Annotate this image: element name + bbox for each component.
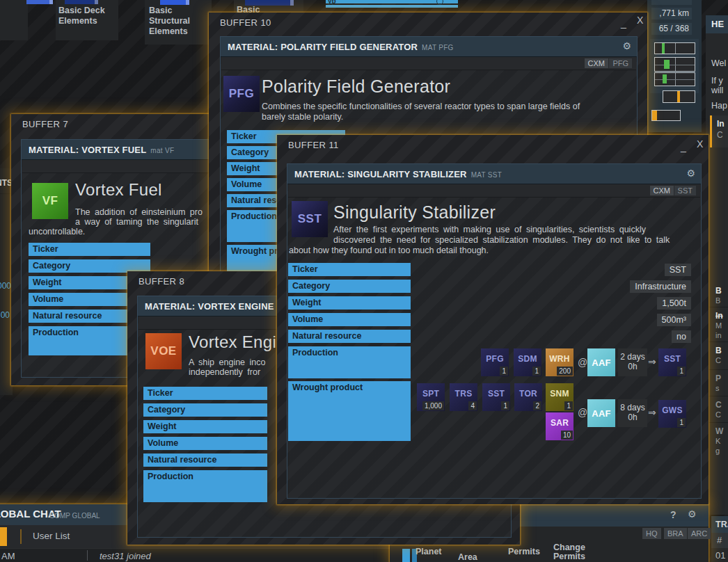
facility-icon-aaf[interactable]: AAF <box>587 348 615 376</box>
col-planet: Planet <box>416 547 442 556</box>
help-panel-title: HE <box>711 19 724 29</box>
material-header-sub: mat VF <box>150 147 174 154</box>
gear-icon[interactable]: ⚙ <box>688 508 697 520</box>
material-icon-sst[interactable]: SST <box>292 201 328 237</box>
tra-panel-header: TRA <box>711 516 728 533</box>
material-icon-sst-input[interactable]: SST1 <box>482 383 510 411</box>
help-panel-body: Wel If y will Hap In C <box>706 33 728 282</box>
window-title[interactable]: BUFFER 8 <box>139 276 184 287</box>
material-header: MATERIAL: POLARITY FIELD GENERATORMAT PF… <box>221 37 637 57</box>
planet-info-panel: ,771 km 65 / 368 <box>647 0 702 132</box>
material-description: barely stable polarity. <box>262 112 343 122</box>
divider <box>20 529 22 544</box>
distance-value: ,771 km <box>651 8 692 19</box>
help-highlight-item[interactable]: In C <box>710 115 728 147</box>
price-fragment: 00 <box>0 310 10 320</box>
list-item[interactable]: InMin <box>715 311 723 340</box>
material-icon-sst-output[interactable]: SST1 <box>658 348 686 376</box>
row-label: Production <box>288 346 411 378</box>
material-icon-trs[interactable]: TRS4 <box>450 383 477 411</box>
top-input-row[interactable]: yp <box>326 0 458 3</box>
facility-icon-aaf[interactable]: AAF <box>587 399 615 427</box>
at-symbol: @ <box>578 407 587 418</box>
env-chart-3 <box>654 72 695 86</box>
circle-icon[interactable] <box>436 0 443 5</box>
col-change-permits: ChangePermits <box>553 543 585 561</box>
close-button[interactable]: X <box>637 15 643 25</box>
material-icon-gws-output[interactable]: GWS1 <box>658 400 686 428</box>
material-description: a way of taming the singularit <box>75 217 198 227</box>
arrow-icon: ⇒ <box>648 407 656 418</box>
side-list-panel: BB InMin BC Ps CC WKg <box>706 282 728 515</box>
row-label: Wrought product <box>288 381 411 441</box>
material-icon-snm[interactable]: SNM1 <box>546 383 573 411</box>
material-icon-pfg[interactable]: PFG1 <box>481 348 509 376</box>
list-item[interactable]: WKg <box>715 426 723 456</box>
material-icon-voe[interactable]: VOE <box>145 333 182 369</box>
row-label: Natural resource <box>143 453 267 467</box>
ticker-command-chip[interactable]: PFG <box>609 58 632 68</box>
material-icon-sdm[interactable]: SDM1 <box>514 348 541 376</box>
gear-icon[interactable]: ⚙ <box>686 168 695 179</box>
row-label: Production <box>143 470 267 502</box>
tile-clipped-left[interactable]: l uction ate <box>0 0 28 40</box>
top-input-fragment: yp <box>328 0 336 5</box>
top-input-row-2[interactable] <box>326 5 458 8</box>
chip-notch <box>290 0 294 6</box>
arc-button[interactable]: ARC <box>688 528 711 539</box>
list-item[interactable]: Ps <box>715 374 721 393</box>
window-title[interactable]: BUFFER 7 <box>22 119 68 129</box>
tile-label: Basic Structural Elements <box>149 6 190 37</box>
capacity-value: 65 / 368 <box>651 23 692 35</box>
gear-icon[interactable]: ⚙ <box>622 40 631 51</box>
cxm-command-chip[interactable]: CXM <box>585 58 608 68</box>
ticker-command-chip[interactable]: SST <box>674 186 696 195</box>
row-label: Ticker <box>29 243 150 256</box>
clipped-cell <box>402 549 410 562</box>
minimize-button[interactable]: _ <box>621 18 626 28</box>
tra-cell[interactable]: 01 <box>711 548 728 562</box>
window-title[interactable]: BUFFER 10 <box>220 17 271 28</box>
bra-button[interactable]: BRA <box>664 528 687 539</box>
tile-basic-deck-elements[interactable]: Basic Deck Elements <box>56 0 118 40</box>
at-symbol: @ <box>578 357 587 368</box>
material-icon-wrh[interactable]: WRH200 <box>546 348 573 376</box>
material-icon-vf[interactable]: VF <box>32 183 68 219</box>
material-header-title: MATERIAL: VORTEX ENGINE <box>145 301 274 312</box>
tra-col-header: # <box>711 533 728 548</box>
list-item[interactable]: BC <box>715 346 722 365</box>
natural-resource-value: no <box>672 330 691 343</box>
material-header: MATERIAL: SINGULARITY STABILIZERMAT SST … <box>287 164 701 184</box>
user-list-button[interactable]: User List <box>33 531 70 541</box>
command-row: CXM PFG <box>221 57 636 70</box>
cxm-command-chip[interactable]: CXM <box>650 186 674 195</box>
chip-notch <box>95 0 98 4</box>
env-slider[interactable] <box>663 90 695 103</box>
tile-basic-structural-elements[interactable]: Basic Structural Elements <box>145 0 212 45</box>
tile-color-chip <box>160 0 189 5</box>
list-item[interactable]: CC <box>715 400 722 419</box>
close-button[interactable]: X <box>697 139 703 149</box>
row-label: Volume <box>288 313 411 326</box>
price-fragment: 000 <box>0 281 11 291</box>
material-icon-spt[interactable]: SPT1,000 <box>417 383 445 411</box>
minimize-button[interactable]: _ <box>681 142 686 152</box>
weight-value: 1,500t <box>657 297 691 310</box>
row-label: Weight <box>288 296 411 310</box>
duration-chip: 8 days0h <box>618 399 647 427</box>
material-header-title: MATERIAL: VORTEX FUELmat VF <box>29 145 174 155</box>
material-icon-tor[interactable]: TOR2 <box>514 383 542 411</box>
chat-channel-label: AM <box>1 551 15 561</box>
row-label: Volume <box>143 437 267 450</box>
window-title[interactable]: BUFFER 11 <box>288 140 339 150</box>
help-icon[interactable]: ? <box>670 509 676 520</box>
env-chart-1 <box>654 42 695 54</box>
list-item[interactable]: BB <box>715 286 722 305</box>
material-description: Combines the specific functionalities of… <box>262 102 580 111</box>
divider <box>87 550 88 561</box>
tile-label: Basic Deck Elements <box>58 6 105 26</box>
hq-button[interactable]: HQ <box>642 528 661 539</box>
material-icon-pfg[interactable]: PFG <box>223 76 260 112</box>
material-icon-sar[interactable]: SAR10 <box>546 412 573 440</box>
material-description: independently fror <box>189 367 260 377</box>
